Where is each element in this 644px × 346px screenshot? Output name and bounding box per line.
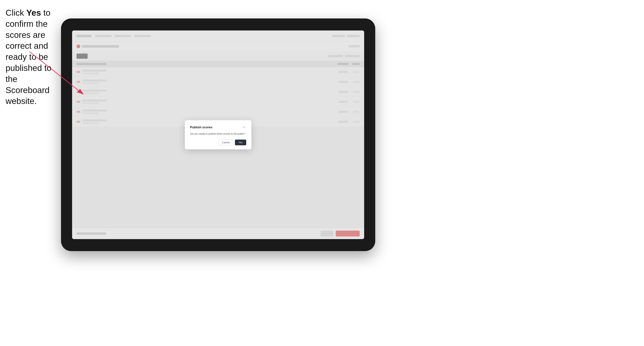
publish-scores-dialog: Publish scores × Are you ready to publis…	[185, 120, 252, 150]
modal-close-button[interactable]: ×	[242, 125, 246, 129]
app-screen: Publish scores × Are you ready to publis…	[72, 30, 364, 239]
modal-header: Publish scores ×	[190, 125, 246, 129]
instruction-suffix: to confirm the scores are correct and re…	[6, 8, 52, 106]
modal-yes-button[interactable]: Yes	[235, 140, 246, 145]
instruction-prefix: Click	[6, 8, 26, 17]
instruction-bold: Yes	[26, 8, 41, 17]
modal-body-text: Are you ready to publish these scores to…	[190, 132, 246, 136]
instruction-text: Click Yes to confirm the scores are corr…	[6, 7, 59, 107]
modal-footer: Cancel Yes	[190, 140, 246, 145]
tablet-screen: Publish scores × Are you ready to publis…	[72, 30, 364, 239]
modal-title: Publish scores	[190, 126, 212, 129]
tablet-frame: Publish scores × Are you ready to publis…	[61, 18, 375, 251]
modal-cancel-button[interactable]: Cancel	[218, 140, 233, 145]
modal-overlay: Publish scores × Are you ready to publis…	[72, 30, 364, 239]
